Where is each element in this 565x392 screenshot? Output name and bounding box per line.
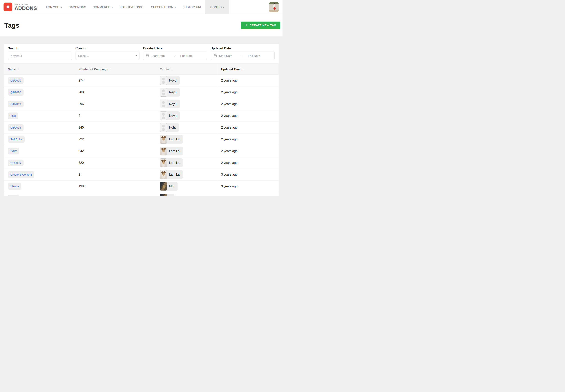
column-header-updated[interactable]: Updated Time ↓ — [218, 64, 279, 74]
tag-name-link[interactable] — [8, 195, 19, 196]
search-input[interactable] — [8, 52, 72, 60]
table-row: Full Color 222 Lam La 2 years ago — [4, 133, 279, 145]
campaign-count: 1386 — [76, 181, 158, 192]
campaign-count: 340 — [76, 122, 158, 133]
creator-cell: Lam La — [158, 133, 218, 145]
tag-name-link[interactable]: Manga — [8, 183, 21, 190]
nav-item[interactable]: NOTIFICATIONS ▾ — [116, 0, 148, 14]
creator-avatar — [160, 182, 167, 191]
tag-name-link[interactable]: Thai — [8, 112, 18, 119]
search-label: Search — [8, 46, 72, 50]
created-start-date[interactable]: Start Date — [151, 54, 170, 57]
campaign-count: 2 — [76, 169, 158, 180]
nav-item[interactable]: FOR YOU ▾ — [43, 0, 65, 14]
filter-bar: Search Creator Select... ▾ Created Date — [4, 44, 279, 63]
arrow-right-icon: → — [172, 54, 176, 57]
updated-end-date[interactable]: End Date — [248, 54, 260, 57]
create-new-tag-button[interactable]: + CREATE NEW TAG — [241, 22, 280, 29]
updated-date-range-picker[interactable]: Start Date → End Date — [211, 52, 275, 60]
name-cell: Full Color — [4, 133, 76, 145]
creator-avatar — [160, 194, 167, 196]
created-date-label: Created Date — [143, 46, 207, 50]
creator-label: Creator — [75, 46, 140, 50]
creator-name — [166, 194, 174, 196]
tag-name-link[interactable]: Q2/2020 — [8, 77, 24, 84]
column-name-label: Name — [8, 68, 16, 71]
tag-name-link[interactable]: Creator's Content — [8, 171, 34, 178]
name-cell: Q4/2019 — [4, 98, 76, 110]
updated-time: 2 years ago — [218, 122, 279, 133]
campaign-count: 520 — [76, 157, 158, 168]
column-header-campaigns[interactable]: Number of Campaign ↓ — [76, 64, 158, 74]
campaign-count: 296 — [76, 98, 158, 110]
name-cell: B&W — [4, 145, 76, 157]
brand-logo[interactable]: MR SYSTEM ADDONS — [3, 0, 37, 14]
column-campaigns-label: Number of Campaign — [78, 68, 108, 71]
updated-date-label: Updated Date — [211, 46, 275, 50]
creator-avatar — [160, 76, 167, 85]
creator-name: Neyu — [166, 88, 180, 97]
updated-time: 3 years ago — [218, 169, 279, 180]
sort-desc-icon: ↓ — [242, 68, 244, 71]
table-row: B&W 942 Lam La 2 years ago — [4, 145, 279, 157]
tag-name-link[interactable]: B&W — [8, 148, 19, 154]
creator-name: Lam La — [166, 170, 183, 179]
tag-name-link[interactable]: Full Color — [8, 136, 25, 143]
nav-item-label: SUBSCRIPTION — [151, 5, 173, 9]
user-avatar[interactable] — [269, 2, 279, 12]
creator-name: Neyu — [166, 76, 180, 85]
creator-name: Lam La — [166, 147, 183, 155]
creator-avatar — [160, 99, 167, 108]
creator-chip: Lam La — [160, 170, 183, 179]
campaign-count: 222 — [76, 133, 158, 145]
nav-item-label: CUSTOM URL — [182, 5, 202, 9]
campaign-count — [76, 192, 158, 196]
nav-item-label: CONFIG — [210, 5, 222, 9]
nav-item[interactable]: SUBSCRIPTION ▾ — [148, 0, 179, 14]
table-row — [4, 192, 279, 196]
creator-chip: Neyu — [160, 99, 180, 108]
table-row: Q2/2019 520 Lam La 2 years ago — [4, 157, 279, 169]
main-nav: FOR YOU ▾ CAMPAIGNS COMMERCE ▾ NOTIFICAT… — [43, 0, 229, 14]
name-cell: Q1/2020 — [4, 86, 76, 98]
updated-time: 2 years ago — [218, 133, 279, 145]
table-row: Q3/2019 340 Hola 2 years ago — [4, 122, 279, 133]
table-body: Q2/2020 274 Neyu 2 years ago Q1/2020 28 — [4, 75, 279, 196]
tag-name-link[interactable]: Q4/2019 — [8, 101, 24, 107]
column-header-creator[interactable]: Creator ↓ — [158, 64, 218, 74]
tags-card: Search Creator Select... ▾ Created Date — [4, 44, 279, 196]
updated-time: 2 years ago — [218, 110, 279, 122]
creator-chip: Lam La — [160, 158, 183, 167]
creator-select-placeholder: Select... — [78, 54, 89, 57]
column-header-name[interactable]: Name ↑ — [4, 64, 76, 74]
creator-chip: Mia — [160, 182, 178, 191]
filter-created-date: Created Date Start Date → End Date — [143, 46, 207, 60]
tag-name-link[interactable]: Q2/2019 — [8, 160, 24, 166]
creator-avatar — [160, 135, 167, 144]
nav-item[interactable]: CAMPAIGNS — [65, 0, 89, 14]
campaign-count: 2 — [76, 110, 158, 122]
table-row: Creator's Content 2 Lam La 3 years ago — [4, 169, 279, 181]
nav-item[interactable]: COMMERCE ▾ — [89, 0, 116, 14]
name-cell: Q2/2020 — [4, 75, 76, 86]
puzzle-logo-badge — [3, 2, 12, 11]
calendar-icon — [213, 54, 217, 57]
creator-cell: Neyu — [158, 110, 218, 122]
creator-select[interactable]: Select... ▾ — [75, 52, 140, 60]
nav-item[interactable]: CUSTOM URL — [179, 0, 205, 14]
nav-item[interactable]: CONFIG ▾ — [205, 0, 229, 14]
updated-time — [218, 192, 279, 196]
arrow-right-icon: → — [240, 54, 243, 57]
updated-start-date[interactable]: Start Date — [219, 54, 238, 57]
created-end-date[interactable]: End Date — [180, 54, 193, 57]
creator-cell: Lam La — [158, 169, 218, 180]
creator-name: Mia — [166, 182, 178, 191]
creator-avatar — [160, 123, 167, 132]
tag-name-link[interactable]: Q3/2019 — [8, 124, 24, 131]
name-cell: Q3/2019 — [4, 122, 76, 133]
created-date-range-picker[interactable]: Start Date → End Date — [143, 52, 207, 60]
table-row: Thai 2 Neyu 2 years ago — [4, 110, 279, 122]
name-cell: Thai — [4, 110, 76, 122]
creator-cell: Lam La — [158, 157, 218, 168]
tag-name-link[interactable]: Q1/2020 — [8, 89, 24, 96]
